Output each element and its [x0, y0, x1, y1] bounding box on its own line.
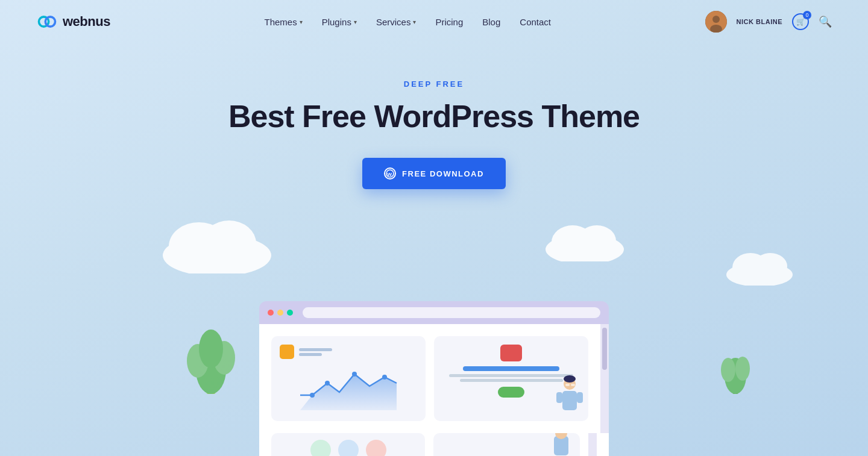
scrollbar-thumb [602, 328, 607, 370]
nav-pricing[interactable]: Pricing [435, 17, 463, 27]
cart-button[interactable]: 🛒 0 [792, 13, 809, 30]
nav-blog[interactable]: Blog [482, 17, 500, 27]
bottom-circle-3 [366, 440, 386, 456]
chevron-down-icon: ▾ [354, 19, 357, 25]
browser-scrollbar[interactable] [600, 324, 609, 433]
svg-marker-25 [300, 374, 397, 410]
download-label: FREE DOWNLOAD [402, 169, 484, 178]
svg-rect-34 [571, 384, 575, 386]
card-green-badge [498, 387, 524, 398]
search-icon[interactable]: 🔍 [819, 15, 832, 28]
svg-point-31 [564, 375, 576, 383]
svg-rect-33 [565, 384, 570, 386]
cloud-far-right-icon [723, 249, 796, 286]
header-right: NICK BLAINE 🛒 0 🔍 [705, 11, 832, 33]
nav-plugins[interactable]: Plugins ▾ [322, 17, 357, 27]
plant-right-icon [717, 340, 753, 394]
cart-badge: 0 [803, 11, 811, 19]
card-gray-line-2 [460, 379, 563, 382]
chevron-down-icon: ▾ [300, 19, 303, 25]
card-icon-orange [280, 345, 294, 359]
plant-left-icon [181, 316, 241, 394]
browser-url-bar [303, 307, 600, 318]
nav-themes[interactable]: Themes ▾ [265, 17, 303, 27]
hero-title: Best Free WordPress Theme [0, 99, 868, 134]
svg-point-12 [577, 225, 616, 257]
download-button[interactable]: W FREE DOWNLOAD [362, 158, 506, 189]
bottom-circle-1 [310, 440, 331, 456]
person-icon [550, 373, 583, 421]
cloud-left-icon [157, 213, 277, 273]
svg-text:W: W [388, 172, 393, 177]
svg-rect-36 [577, 392, 583, 403]
bottom-circle-2 [338, 440, 359, 456]
svg-point-29 [382, 375, 387, 379]
chevron-down-icon: ▾ [413, 19, 416, 25]
chart-card [271, 336, 426, 421]
wordpress-icon: W [384, 167, 396, 180]
svg-point-23 [721, 358, 735, 382]
card-red-rect [500, 345, 522, 361]
logo[interactable]: webnus [36, 11, 110, 33]
svg-rect-35 [556, 392, 562, 403]
cloud-right-icon [542, 219, 627, 261]
svg-point-9 [202, 220, 256, 266]
svg-point-28 [352, 372, 357, 376]
browser-dot-yellow [277, 310, 283, 316]
info-card [434, 336, 588, 421]
nav-contact[interactable]: Contact [520, 17, 551, 27]
person-bottom-icon [542, 433, 575, 456]
avatar[interactable] [705, 11, 727, 33]
card-line-1 [299, 348, 332, 351]
bottom-card-1 [271, 433, 425, 456]
svg-point-27 [325, 381, 330, 386]
svg-point-1 [45, 17, 55, 27]
user-name: NICK BLAINE [737, 18, 782, 25]
hero-tag: DEEP FREE [0, 80, 868, 89]
svg-rect-32 [562, 391, 577, 410]
svg-point-3 [712, 16, 720, 23]
main-nav: Themes ▾ Plugins ▾ Services ▾ Pricing Bl… [265, 17, 552, 27]
svg-point-26 [310, 393, 315, 398]
hero-section: DEEP FREE Best Free WordPress Theme W FR… [0, 43, 868, 189]
browser-mockup [259, 301, 609, 456]
logo-text: webnus [63, 14, 110, 30]
card-blue-bar [463, 366, 559, 371]
scrollbar-bottom [588, 433, 597, 456]
browser-dot-green [287, 310, 293, 316]
card-line-2 [299, 353, 322, 356]
chart-svg [280, 365, 417, 410]
svg-point-20 [199, 330, 223, 368]
bottom-card-2 [433, 433, 580, 456]
nav-services[interactable]: Services ▾ [376, 17, 417, 27]
browser-dot-red [268, 310, 274, 316]
svg-point-15 [753, 253, 787, 280]
svg-point-24 [735, 357, 750, 381]
